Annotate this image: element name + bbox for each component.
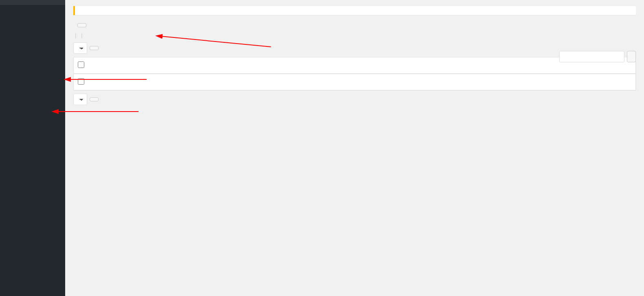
bulk-apply-button[interactable] (90, 46, 99, 50)
add-form-button[interactable] (77, 23, 86, 27)
sidebar-submenu (0, 0, 65, 5)
status-filters: | | (73, 32, 636, 38)
col-footer-shortcode (375, 74, 635, 90)
main-content: | | (65, 0, 644, 296)
search-input[interactable] (559, 51, 624, 62)
search-button[interactable] (627, 51, 636, 62)
search-box (559, 51, 636, 62)
update-notice (73, 6, 636, 15)
bulk-apply-button-bottom[interactable] (90, 97, 99, 101)
col-header-role (313, 57, 375, 74)
select-all-checkbox-bottom[interactable] (78, 78, 84, 85)
admin-sidebar (0, 0, 65, 296)
forms-table (73, 57, 636, 90)
bulk-actions-select-bottom[interactable] (73, 94, 87, 105)
annotation-arrow-2 (53, 105, 155, 123)
bulk-actions-select[interactable] (73, 42, 87, 54)
col-footer-role (313, 74, 375, 90)
select-all-checkbox[interactable] (78, 61, 84, 68)
tablenav-bottom (73, 94, 636, 105)
page-header (73, 23, 636, 27)
tablenav-top (73, 42, 636, 54)
